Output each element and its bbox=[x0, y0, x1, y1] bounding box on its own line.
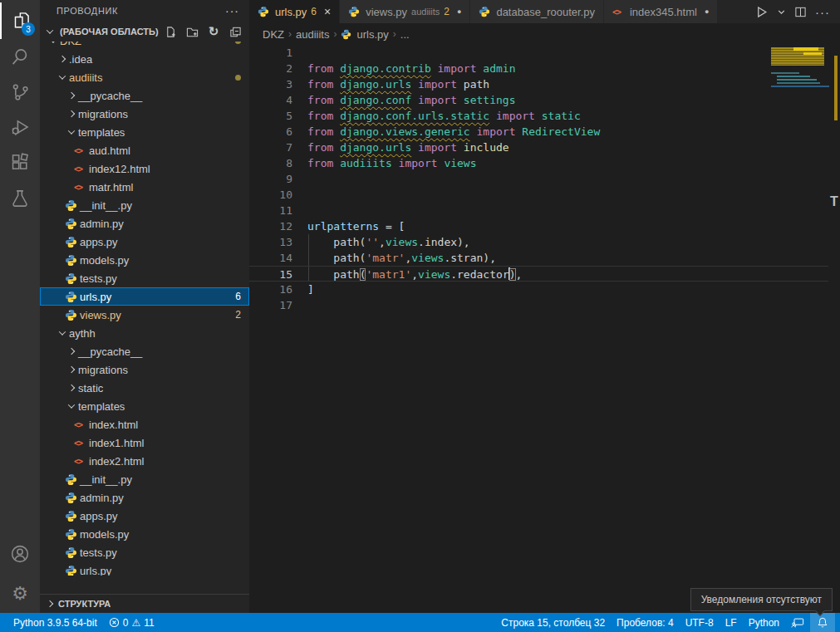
code-line-11[interactable]: 11 bbox=[249, 203, 828, 218]
breadcrumb-item[interactable]: urls.py bbox=[356, 28, 388, 41]
tab-urls-py[interactable]: urls.py6× bbox=[249, 0, 339, 23]
chevron-right-icon bbox=[56, 52, 69, 66]
account-icon[interactable] bbox=[0, 536, 40, 572]
code-line-10[interactable]: 10 bbox=[249, 187, 828, 203]
eol-status[interactable]: LF bbox=[720, 613, 743, 632]
tree-item-models-py[interactable]: models.py bbox=[40, 251, 249, 269]
sidebar-more-actions[interactable]: ··· bbox=[225, 4, 239, 17]
tab-problems-badge: 2 bbox=[444, 6, 449, 17]
breadcrumb[interactable]: DKZ›audiiits› urls.py›... bbox=[249, 23, 840, 45]
python-interpreter-status[interactable]: Python 3.9.5 64-bit bbox=[13, 613, 103, 632]
modified-dot-icon: ● bbox=[457, 7, 461, 16]
testing-icon[interactable] bbox=[0, 180, 40, 217]
tree-item-templates[interactable]: templates bbox=[40, 123, 249, 141]
python-file-icon bbox=[65, 546, 77, 559]
code-line-12[interactable]: 12urlpatterns = [ bbox=[249, 218, 828, 234]
outline-section-header[interactable]: СТРУКТУРА bbox=[40, 594, 249, 612]
breadcrumb-item[interactable]: audiiits bbox=[296, 28, 329, 41]
tree-item--init-py[interactable]: __init__.py bbox=[40, 470, 249, 488]
tree-item-migrations[interactable]: migrations bbox=[40, 360, 249, 379]
tree-item-apps-py[interactable]: apps.py bbox=[40, 233, 249, 251]
explorer-sidebar: ПРОВОДНИК ··· (РАБОЧАЯ ОБЛАСТЬ) ... ↻ DK… bbox=[40, 0, 249, 613]
code-line-15[interactable]: 15 path('matr1',views.redactor), bbox=[249, 266, 828, 282]
tab-index345-html[interactable]: <>index345.html● bbox=[604, 0, 717, 23]
indentation-status[interactable]: Пробелов: 4 bbox=[611, 613, 680, 632]
code-line-8[interactable]: 8from audiiits import views bbox=[249, 155, 828, 171]
tree-item-tests-py[interactable]: tests.py bbox=[40, 269, 249, 287]
tree-item--pycache-[interactable]: __pycache__ bbox=[40, 86, 249, 105]
cursor-position-status[interactable]: Строка 15, столбец 32 bbox=[495, 613, 611, 632]
run-dropdown-chevron-icon[interactable] bbox=[777, 7, 786, 17]
code-line-4[interactable]: 4from django.conf import settings bbox=[249, 92, 828, 108]
code-editor[interactable]: 12from django.contrib import admin3from … bbox=[249, 45, 828, 313]
code-line-2[interactable]: 2from django.contrib import admin bbox=[249, 61, 828, 76]
search-icon[interactable] bbox=[0, 38, 40, 75]
code-line-7[interactable]: 7from django.urls import include bbox=[249, 140, 828, 155]
tab-views-py[interactable]: views.pyaudiiits2● bbox=[340, 0, 469, 23]
run-and-debug-icon[interactable] bbox=[0, 109, 40, 145]
tree-item-matr-html[interactable]: <>matr.html bbox=[40, 178, 249, 196]
tree-item--init-py[interactable]: __init__.py bbox=[40, 196, 249, 214]
workspace-section-header[interactable]: (РАБОЧАЯ ОБЛАСТЬ) ... ↻ bbox=[40, 22, 249, 42]
run-button[interactable] bbox=[754, 5, 769, 19]
overview-ruler-mark: T bbox=[828, 194, 840, 209]
settings-gear-icon[interactable]: ⚙ bbox=[0, 575, 40, 611]
chevron-down-icon bbox=[65, 399, 78, 413]
tree-item-models-py[interactable]: models.py bbox=[40, 525, 249, 543]
overview-ruler-warning-marker[interactable] bbox=[834, 56, 838, 120]
tree-item-urls-py[interactable]: urls.py6 bbox=[40, 287, 249, 306]
tree-item--idea[interactable]: .idea bbox=[40, 50, 249, 68]
code-line-14[interactable]: 14 path('matr',views.stran), bbox=[249, 250, 828, 266]
code-line-13[interactable]: 13 path('',views.index), bbox=[249, 234, 828, 250]
tree-item-aud-html[interactable]: <>aud.html bbox=[40, 141, 249, 159]
code-line-16[interactable]: 16] bbox=[249, 282, 828, 297]
chevron-down-icon bbox=[47, 42, 60, 47]
code-line-1[interactable]: 1 bbox=[249, 45, 828, 61]
tree-item-dkz[interactable]: DKZ bbox=[40, 42, 249, 50]
tree-item-urls-py[interactable]: urls.py bbox=[40, 561, 249, 576]
tree-item-aythh[interactable]: aythh bbox=[40, 324, 249, 342]
tree-item-migrations[interactable]: migrations bbox=[40, 105, 249, 123]
code-line-17[interactable]: 17 bbox=[249, 297, 828, 313]
tree-item-admin-py[interactable]: admin.py bbox=[40, 488, 249, 507]
tree-item-tests-py[interactable]: tests.py bbox=[40, 543, 249, 561]
tree-item-views-py[interactable]: views.py2 bbox=[40, 306, 249, 324]
explorer-icon[interactable]: 3 bbox=[0, 2, 40, 39]
line-number: 1 bbox=[249, 45, 292, 61]
tree-item-audiiits[interactable]: audiiits bbox=[40, 68, 249, 86]
tab-label: index345.html bbox=[630, 6, 697, 18]
problems-status[interactable]: 0 ⚠ 11 bbox=[103, 613, 160, 632]
refresh-icon[interactable]: ↻ bbox=[206, 24, 221, 39]
feedback-icon[interactable] bbox=[785, 613, 810, 632]
tree-item-index12-html[interactable]: <>index12.html bbox=[40, 159, 249, 178]
python-file-icon bbox=[479, 6, 490, 17]
minimap[interactable] bbox=[769, 45, 828, 613]
tree-item--pycache-[interactable]: __pycache__ bbox=[40, 342, 249, 360]
source-control-icon[interactable] bbox=[0, 74, 40, 110]
close-icon[interactable]: × bbox=[324, 5, 331, 18]
tree-item-admin-py[interactable]: admin.py bbox=[40, 214, 249, 233]
collapse-all-icon[interactable] bbox=[228, 24, 243, 39]
line-number: 10 bbox=[249, 187, 292, 203]
tree-item-apps-py[interactable]: apps.py bbox=[40, 507, 249, 525]
code-line-6[interactable]: 6from django.views.generic import Redire… bbox=[249, 124, 828, 140]
language-mode-status[interactable]: Python bbox=[743, 613, 785, 632]
code-line-9[interactable]: 9 bbox=[249, 171, 828, 187]
tree-item-index1-html[interactable]: <>index1.html bbox=[40, 434, 249, 452]
extensions-icon[interactable] bbox=[0, 145, 40, 181]
tree-item-index2-html[interactable]: <>index2.html bbox=[40, 452, 249, 470]
split-editor-button[interactable] bbox=[794, 6, 807, 18]
breadcrumb-item[interactable]: ... bbox=[400, 28, 410, 41]
tree-item-templates[interactable]: templates bbox=[40, 397, 249, 415]
new-file-icon[interactable] bbox=[163, 24, 178, 39]
more-actions-button[interactable]: ··· bbox=[815, 5, 830, 19]
tab-database-roouter-py[interactable]: database_roouter.py bbox=[470, 0, 603, 23]
tree-item-index-html[interactable]: <>index.html bbox=[40, 415, 249, 434]
tree-item-static[interactable]: static bbox=[40, 379, 249, 397]
breadcrumb-item[interactable]: DKZ bbox=[263, 28, 284, 41]
notifications-bell-icon[interactable] bbox=[810, 613, 835, 632]
encoding-status[interactable]: UTF-8 bbox=[680, 613, 720, 632]
code-line-3[interactable]: 3from django.urls import path bbox=[249, 76, 828, 92]
new-folder-icon[interactable] bbox=[184, 24, 199, 39]
code-line-5[interactable]: 5from django.conf.urls.static import sta… bbox=[249, 108, 828, 124]
